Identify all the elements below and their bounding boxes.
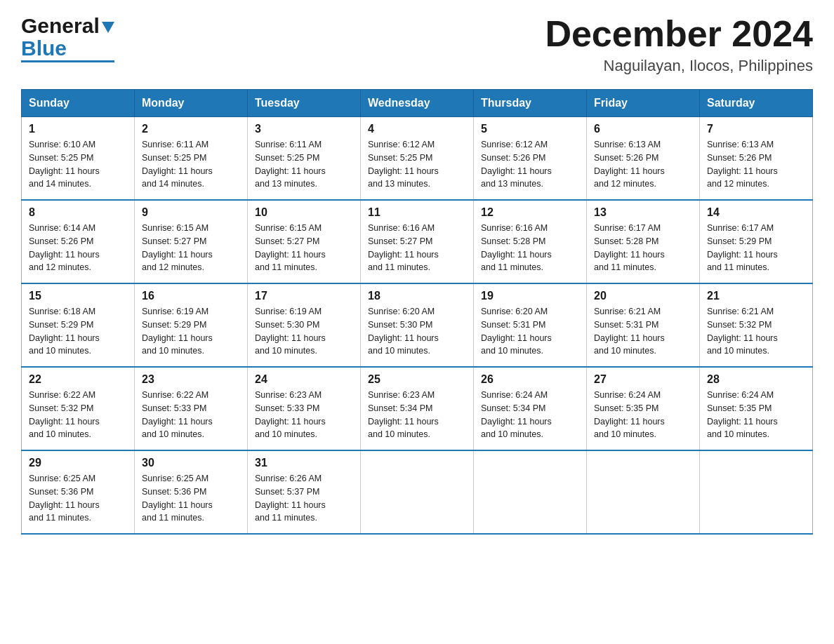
calendar-cell-w1-d5: 5 Sunrise: 6:12 AMSunset: 5:26 PMDayligh… — [474, 117, 587, 201]
logo: G eneral Blue — [21, 14, 114, 62]
day-info: Sunrise: 6:10 AMSunset: 5:25 PMDaylight:… — [29, 140, 100, 189]
logo-blue-text: Blue — [21, 36, 114, 60]
calendar-cell-w5-d5 — [474, 450, 587, 534]
calendar-cell-w2-d4: 11 Sunrise: 6:16 AMSunset: 5:27 PMDaylig… — [361, 200, 474, 283]
day-number: 12 — [481, 206, 579, 219]
calendar-cell-w5-d2: 30 Sunrise: 6:25 AMSunset: 5:36 PMDaylig… — [135, 450, 248, 534]
day-info: Sunrise: 6:23 AMSunset: 5:34 PMDaylight:… — [368, 390, 439, 439]
day-info: Sunrise: 6:12 AMSunset: 5:25 PMDaylight:… — [368, 140, 439, 189]
calendar-cell-w3-d1: 15 Sunrise: 6:18 AMSunset: 5:29 PMDaylig… — [22, 283, 135, 367]
calendar-cell-w1-d4: 4 Sunrise: 6:12 AMSunset: 5:25 PMDayligh… — [361, 117, 474, 201]
calendar-cell-w4-d2: 23 Sunrise: 6:22 AMSunset: 5:33 PMDaylig… — [135, 367, 248, 450]
day-info: Sunrise: 6:21 AMSunset: 5:32 PMDaylight:… — [707, 307, 778, 356]
calendar-cell-w2-d3: 10 Sunrise: 6:15 AMSunset: 5:27 PMDaylig… — [248, 200, 361, 283]
calendar-cell-w4-d4: 25 Sunrise: 6:23 AMSunset: 5:34 PMDaylig… — [361, 367, 474, 450]
day-number: 3 — [255, 123, 353, 135]
day-info: Sunrise: 6:25 AMSunset: 5:36 PMDaylight:… — [142, 474, 213, 523]
calendar-cell-w1-d1: 1 Sunrise: 6:10 AMSunset: 5:25 PMDayligh… — [22, 117, 135, 201]
calendar-cell-w1-d6: 6 Sunrise: 6:13 AMSunset: 5:26 PMDayligh… — [587, 117, 700, 201]
day-info: Sunrise: 6:16 AMSunset: 5:28 PMDaylight:… — [481, 223, 552, 272]
calendar-cell-w2-d7: 14 Sunrise: 6:17 AMSunset: 5:29 PMDaylig… — [700, 200, 813, 283]
page-header: G eneral Blue December 2024 Naguilayan, … — [21, 14, 813, 75]
day-number: 20 — [594, 290, 692, 302]
header-friday: Friday — [587, 90, 700, 117]
day-info: Sunrise: 6:17 AMSunset: 5:28 PMDaylight:… — [594, 223, 665, 272]
day-info: Sunrise: 6:11 AMSunset: 5:25 PMDaylight:… — [255, 140, 326, 189]
calendar-cell-w4-d3: 24 Sunrise: 6:23 AMSunset: 5:33 PMDaylig… — [248, 367, 361, 450]
day-number: 27 — [594, 373, 692, 386]
day-number: 1 — [29, 123, 127, 135]
day-number: 21 — [707, 290, 805, 302]
calendar-cell-w3-d7: 21 Sunrise: 6:21 AMSunset: 5:32 PMDaylig… — [700, 283, 813, 367]
day-info: Sunrise: 6:14 AMSunset: 5:26 PMDaylight:… — [29, 223, 100, 272]
day-number: 24 — [255, 373, 353, 386]
day-number: 30 — [142, 457, 240, 469]
day-number: 6 — [594, 123, 692, 135]
day-info: Sunrise: 6:18 AMSunset: 5:29 PMDaylight:… — [29, 307, 100, 356]
header-thursday: Thursday — [474, 90, 587, 117]
day-info: Sunrise: 6:24 AMSunset: 5:35 PMDaylight:… — [594, 390, 665, 439]
day-info: Sunrise: 6:13 AMSunset: 5:26 PMDaylight:… — [594, 140, 665, 189]
calendar-cell-w5-d7 — [700, 450, 813, 534]
calendar-week-1: 1 Sunrise: 6:10 AMSunset: 5:25 PMDayligh… — [22, 117, 813, 201]
day-number: 19 — [481, 290, 579, 302]
logo-arrow-icon — [102, 22, 114, 33]
day-info: Sunrise: 6:13 AMSunset: 5:26 PMDaylight:… — [707, 140, 778, 189]
calendar-cell-w2-d2: 9 Sunrise: 6:15 AMSunset: 5:27 PMDayligh… — [135, 200, 248, 283]
calendar-table: Sunday Monday Tuesday Wednesday Thursday… — [21, 89, 813, 535]
day-info: Sunrise: 6:21 AMSunset: 5:31 PMDaylight:… — [594, 307, 665, 356]
day-info: Sunrise: 6:19 AMSunset: 5:30 PMDaylight:… — [255, 307, 326, 356]
calendar-week-4: 22 Sunrise: 6:22 AMSunset: 5:32 PMDaylig… — [22, 367, 813, 450]
day-number: 25 — [368, 373, 466, 386]
day-number: 7 — [707, 123, 805, 135]
day-number: 2 — [142, 123, 240, 135]
day-number: 28 — [707, 373, 805, 386]
header-saturday: Saturday — [700, 90, 813, 117]
day-info: Sunrise: 6:20 AMSunset: 5:31 PMDaylight:… — [481, 307, 552, 356]
day-info: Sunrise: 6:25 AMSunset: 5:36 PMDaylight:… — [29, 474, 100, 523]
header-monday: Monday — [135, 90, 248, 117]
day-number: 11 — [368, 206, 466, 219]
day-number: 31 — [255, 457, 353, 469]
day-number: 8 — [29, 206, 127, 219]
calendar-week-5: 29 Sunrise: 6:25 AMSunset: 5:36 PMDaylig… — [22, 450, 813, 534]
day-info: Sunrise: 6:22 AMSunset: 5:32 PMDaylight:… — [29, 390, 100, 439]
calendar-cell-w5-d1: 29 Sunrise: 6:25 AMSunset: 5:36 PMDaylig… — [22, 450, 135, 534]
calendar-cell-w3-d6: 20 Sunrise: 6:21 AMSunset: 5:31 PMDaylig… — [587, 283, 700, 367]
day-number: 23 — [142, 373, 240, 386]
month-title: December 2024 — [545, 14, 813, 54]
calendar-cell-w3-d3: 17 Sunrise: 6:19 AMSunset: 5:30 PMDaylig… — [248, 283, 361, 367]
day-number: 14 — [707, 206, 805, 219]
calendar-cell-w4-d7: 28 Sunrise: 6:24 AMSunset: 5:35 PMDaylig… — [700, 367, 813, 450]
day-info: Sunrise: 6:16 AMSunset: 5:27 PMDaylight:… — [368, 223, 439, 272]
day-info: Sunrise: 6:24 AMSunset: 5:35 PMDaylight:… — [707, 390, 778, 439]
day-info: Sunrise: 6:26 AMSunset: 5:37 PMDaylight:… — [255, 474, 326, 523]
day-info: Sunrise: 6:20 AMSunset: 5:30 PMDaylight:… — [368, 307, 439, 356]
day-info: Sunrise: 6:23 AMSunset: 5:33 PMDaylight:… — [255, 390, 326, 439]
day-number: 29 — [29, 457, 127, 469]
day-number: 26 — [481, 373, 579, 386]
day-info: Sunrise: 6:22 AMSunset: 5:33 PMDaylight:… — [142, 390, 213, 439]
day-info: Sunrise: 6:11 AMSunset: 5:25 PMDaylight:… — [142, 140, 213, 189]
day-number: 13 — [594, 206, 692, 219]
day-number: 22 — [29, 373, 127, 386]
calendar-week-2: 8 Sunrise: 6:14 AMSunset: 5:26 PMDayligh… — [22, 200, 813, 283]
calendar-cell-w4-d1: 22 Sunrise: 6:22 AMSunset: 5:32 PMDaylig… — [22, 367, 135, 450]
header-sunday: Sunday — [22, 90, 135, 117]
logo-general-eneral: eneral — [37, 14, 99, 38]
calendar-cell-w3-d2: 16 Sunrise: 6:19 AMSunset: 5:29 PMDaylig… — [135, 283, 248, 367]
header-wednesday: Wednesday — [361, 90, 474, 117]
calendar-week-3: 15 Sunrise: 6:18 AMSunset: 5:29 PMDaylig… — [22, 283, 813, 367]
day-info: Sunrise: 6:19 AMSunset: 5:29 PMDaylight:… — [142, 307, 213, 356]
calendar-cell-w4-d6: 27 Sunrise: 6:24 AMSunset: 5:35 PMDaylig… — [587, 367, 700, 450]
day-info: Sunrise: 6:15 AMSunset: 5:27 PMDaylight:… — [142, 223, 213, 272]
day-info: Sunrise: 6:12 AMSunset: 5:26 PMDaylight:… — [481, 140, 552, 189]
calendar-header-row: Sunday Monday Tuesday Wednesday Thursday… — [22, 90, 813, 117]
calendar-cell-w4-d5: 26 Sunrise: 6:24 AMSunset: 5:34 PMDaylig… — [474, 367, 587, 450]
day-info: Sunrise: 6:24 AMSunset: 5:34 PMDaylight:… — [481, 390, 552, 439]
logo-underline — [21, 60, 114, 62]
calendar-cell-w2-d5: 12 Sunrise: 6:16 AMSunset: 5:28 PMDaylig… — [474, 200, 587, 283]
title-section: December 2024 Naguilayan, Ilocos, Philip… — [545, 14, 813, 75]
calendar-cell-w3-d4: 18 Sunrise: 6:20 AMSunset: 5:30 PMDaylig… — [361, 283, 474, 367]
day-info: Sunrise: 6:15 AMSunset: 5:27 PMDaylight:… — [255, 223, 326, 272]
